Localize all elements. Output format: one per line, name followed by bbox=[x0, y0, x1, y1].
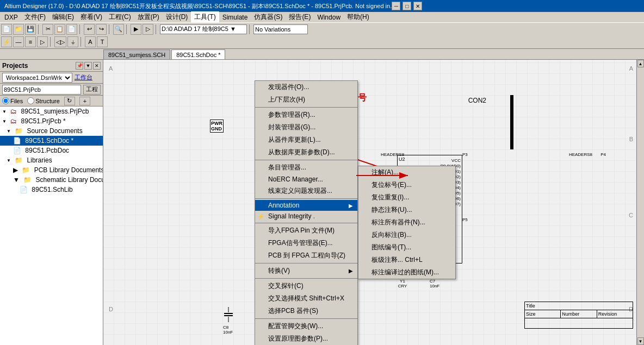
menu-signal-integrity[interactable]: ⚡Signal Integrity . bbox=[255, 211, 357, 222]
menu-tools[interactable]: 工具(T) bbox=[191, 11, 219, 23]
tb-port[interactable]: ◁▷ bbox=[54, 36, 66, 47]
tree-item-libraries[interactable]: ▼ 📁 Libraries bbox=[0, 155, 103, 165]
toolbar-path-input[interactable] bbox=[160, 24, 247, 34]
tab-sumjess-sch[interactable]: 89C51_sumjess.SCH bbox=[103, 49, 170, 59]
menu-pcb-fpga-wizard[interactable]: PCB 到 FPGA 工程向导(Z) bbox=[255, 249, 357, 262]
menu-convert[interactable]: 转换(V) ▶ bbox=[255, 265, 357, 277]
submenu-static-annotation[interactable]: 静态注释(U)... bbox=[358, 204, 455, 216]
menu-dxp[interactable]: DXP bbox=[1, 12, 21, 22]
workspace-bar: Workspace1.DsnWrk 工作台 bbox=[0, 72, 103, 84]
menu-noerc[interactable]: NoERC Manager... bbox=[255, 174, 357, 185]
project-button[interactable]: 工程 bbox=[83, 85, 101, 95]
menu-fpga-signal[interactable]: FPGA信号管理器(E)... bbox=[255, 237, 357, 249]
menu-param-manager[interactable]: 参数管理器(R)... bbox=[255, 109, 357, 121]
menu-up-down[interactable]: 上/下层次(H) bbox=[255, 93, 357, 106]
menu-select-pcb[interactable]: 选择PCB 器件(S) bbox=[255, 305, 357, 317]
tb-wire[interactable]: — bbox=[13, 36, 24, 47]
tb-netport[interactable]: ▷ bbox=[37, 36, 48, 47]
submenu-back-annotate[interactable]: 反向标注(B)... bbox=[358, 229, 455, 241]
menu-annotation[interactable]: Annotation ▶ bbox=[255, 200, 357, 211]
submenu-reset-designators[interactable]: 复位标号(E)... bbox=[358, 179, 455, 191]
tb-component[interactable]: ⚡ bbox=[1, 36, 12, 47]
cap-c8: C8 10nF bbox=[223, 307, 234, 335]
project-name-input[interactable] bbox=[2, 85, 81, 95]
menu-sch-params[interactable]: 设置原理图参数(P)... bbox=[255, 333, 357, 345]
menu-find-component[interactable]: 发现器件(O)... bbox=[255, 81, 357, 93]
tb-zoom[interactable]: 🔍 bbox=[113, 24, 124, 35]
scroll-up-button[interactable]: ▲ bbox=[637, 60, 644, 67]
submenu-annotate-all[interactable]: 标注所有器件(N)... bbox=[358, 216, 455, 229]
menu-report[interactable]: 报告(E) bbox=[286, 11, 314, 23]
tb-undo[interactable]: ↩ bbox=[84, 24, 95, 35]
tree-item-sumjess[interactable]: ▼ 🗂 89C51_sumjess.PrjPcb bbox=[0, 106, 103, 116]
panel-close-button[interactable]: ✕ bbox=[93, 62, 101, 70]
menu-import-fpga-pin[interactable]: 导入FPGA Pin 文件(M) bbox=[255, 224, 357, 237]
menu-simulator[interactable]: 仿真器(S) bbox=[251, 11, 286, 23]
minimize-button[interactable]: ─ bbox=[392, 2, 400, 10]
tree-item-pcbdoc[interactable]: 📄 89C51.PcbDoc bbox=[0, 146, 103, 155]
menu-cross-probe[interactable]: 交叉探针(C) bbox=[255, 280, 357, 292]
tree-item-prjpcb[interactable]: ▼ 🗂 89C51.PrjPcb * bbox=[0, 116, 103, 126]
tb-save[interactable]: 💾 bbox=[25, 24, 36, 35]
submenu-sheet-number[interactable]: 图纸编号(T)... bbox=[358, 241, 455, 254]
toolbar-variations-input[interactable] bbox=[253, 24, 308, 34]
tree-item-schdoc[interactable]: 📄 89C51.SchDoc * bbox=[0, 136, 103, 146]
main-area: Projects 📌 ▼ ✕ Workspace1.DsnWrk 工作台 工程 … bbox=[0, 60, 644, 345]
refresh-button[interactable]: ↻ bbox=[64, 97, 75, 105]
menu-item-manager[interactable]: 条目管理器... bbox=[255, 161, 357, 174]
submenu-annotate[interactable]: 注解(A)... bbox=[358, 166, 455, 179]
panel-pin-button[interactable]: 📌 bbox=[76, 62, 83, 70]
radio-files[interactable]: Files bbox=[2, 97, 23, 104]
scrollbar-vertical[interactable]: ▲ ▼ bbox=[636, 60, 644, 345]
tree-item-pcb-lib[interactable]: ▶ 📁 PCB Library Documents bbox=[0, 165, 103, 175]
tree-item-source-docs[interactable]: ▼ 📁 Source Documents bbox=[0, 126, 103, 136]
tb-run[interactable]: ▶ bbox=[131, 24, 141, 35]
menu-design[interactable]: 设计(D) bbox=[163, 11, 191, 23]
tb-copy[interactable]: 📋 bbox=[54, 24, 65, 35]
tb-run2[interactable]: ▷ bbox=[143, 24, 153, 35]
maximize-button[interactable]: □ bbox=[403, 2, 411, 10]
menu-simulate[interactable]: Simulate bbox=[219, 12, 251, 22]
panel-header: Projects 📌 ▼ ✕ bbox=[0, 60, 103, 72]
p4-label: P4 bbox=[600, 152, 606, 157]
tb-power[interactable]: ⏚ bbox=[67, 36, 78, 47]
tree-item-schlib[interactable]: 📄 89C51.SchLib bbox=[0, 185, 103, 195]
menu-harness-finder[interactable]: 线束定义问题发现器... bbox=[255, 185, 357, 197]
scroll-down-button[interactable]: ▼ bbox=[637, 337, 644, 345]
tb-text[interactable]: T bbox=[97, 36, 108, 47]
tb-paste[interactable]: 📄 bbox=[66, 24, 77, 35]
close-button[interactable]: ✕ bbox=[413, 2, 422, 10]
menu-update-from-db[interactable]: 从数据库更新参数(D)... bbox=[255, 146, 357, 159]
tb-annotate[interactable]: A bbox=[85, 36, 96, 47]
tree-item-sch-lib[interactable]: ▼ 📁 Schematic Library Docum bbox=[0, 175, 103, 185]
schematic-canvas[interactable]: A A D D B C 然后给元件进行编号 点开这个 CON2 bbox=[103, 60, 644, 345]
workspace-dropdown[interactable]: Workspace1.DsnWrk bbox=[2, 73, 72, 83]
menu-window[interactable]: Window bbox=[314, 12, 344, 22]
menu-view[interactable]: 察看(V) bbox=[77, 11, 106, 23]
workspace-label[interactable]: 工作台 bbox=[75, 73, 92, 81]
submenu-reset-repeat[interactable]: 复位重复(I)... bbox=[358, 191, 455, 204]
headers8-label-right: HEADERS8 bbox=[569, 152, 592, 157]
submenu-compiled-sheet[interactable]: 标注编译过的图纸(M)... bbox=[358, 266, 455, 279]
menu-file[interactable]: 文件(F) bbox=[21, 11, 49, 23]
p5-label: P5 bbox=[462, 217, 468, 222]
menu-help[interactable]: 帮助(H) bbox=[344, 11, 373, 23]
tb-cut[interactable]: ✂ bbox=[42, 24, 53, 35]
menu-footprint-manager[interactable]: 封装管理器(G)... bbox=[255, 121, 357, 134]
menu-configure-pins[interactable]: 配置管脚交换(W)... bbox=[255, 320, 357, 333]
tb-open[interactable]: 📁 bbox=[13, 24, 24, 35]
tab-schdoc[interactable]: 89C51.SchDoc * bbox=[171, 49, 225, 59]
tb-new[interactable]: 📄 bbox=[1, 24, 12, 35]
menu-edit[interactable]: 编辑(E) bbox=[49, 11, 77, 23]
menu-cross-select[interactable]: 交叉选择模式 Shift+Ctrl+X bbox=[255, 292, 357, 305]
project-bar: 工程 bbox=[0, 84, 103, 96]
menu-project[interactable]: 工程(C) bbox=[106, 11, 134, 23]
tb-redo[interactable]: ↪ bbox=[96, 24, 107, 35]
expand-button[interactable]: + bbox=[79, 97, 90, 105]
tb-bus[interactable]: ≡ bbox=[25, 36, 36, 47]
submenu-board-level[interactable]: 板级注释... Ctrl+L bbox=[358, 254, 455, 266]
menu-update-from-lib[interactable]: 从器件库更新(L)... bbox=[255, 134, 357, 146]
panel-menu-button[interactable]: ▼ bbox=[84, 62, 92, 70]
menu-place[interactable]: 放置(P) bbox=[134, 11, 163, 23]
radio-structure[interactable]: Structure bbox=[27, 97, 60, 104]
